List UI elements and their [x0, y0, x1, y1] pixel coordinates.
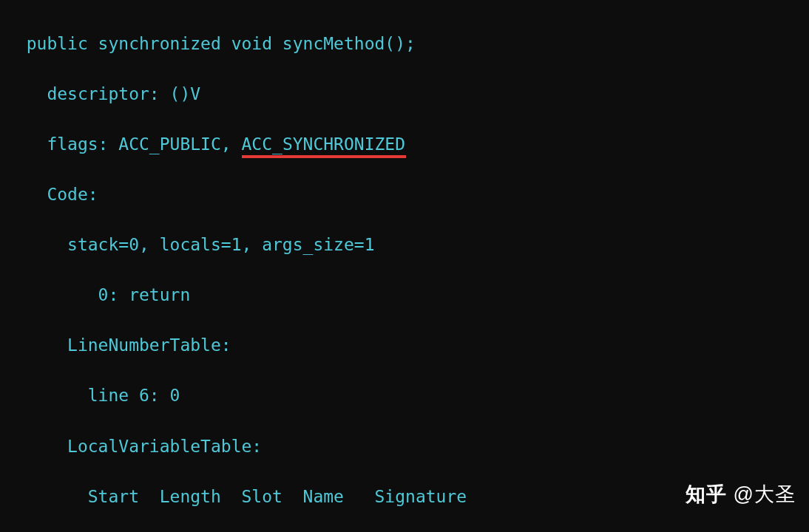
watermark: 知乎 @大圣 [686, 480, 796, 510]
author-handle: @大圣 [727, 483, 796, 505]
bytecode-output: public synchronized void syncMethod(); d… [0, 0, 809, 532]
lnt-entry-1: line 6: 0 [6, 383, 803, 408]
flags-line-1: flags: ACC_PUBLIC, ACC_SYNCHRONIZED [6, 132, 803, 157]
descriptor-1: descriptor: ()V [6, 81, 803, 106]
lvt-header-1: Start Length Slot Name Signature [6, 484, 803, 509]
underline-1 [242, 155, 406, 158]
code-label-1: Code: [6, 182, 803, 207]
flags-highlight-text-1: ACC_SYNCHRONIZED [242, 134, 406, 154]
zhihu-logo: 知乎 [686, 483, 727, 505]
method-signature-1: public synchronized void syncMethod(); [6, 31, 803, 56]
lvt-label-1: LocalVariableTable: [6, 434, 803, 459]
flags-highlight-1: ACC_SYNCHRONIZED [242, 134, 406, 154]
flags-prefix-1: flags: ACC_PUBLIC, [6, 134, 242, 154]
lnt-label-1: LineNumberTable: [6, 332, 803, 358]
stack-line-1: stack=0, locals=1, args_size=1 [6, 232, 803, 257]
return-line-1: 0: return [6, 282, 803, 307]
